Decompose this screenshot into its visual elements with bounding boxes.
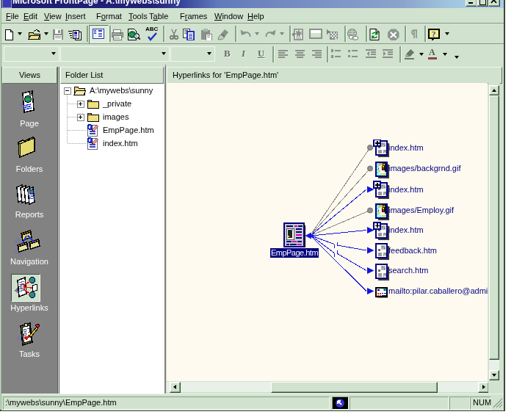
- svg-text:?: ?: [432, 29, 436, 38]
